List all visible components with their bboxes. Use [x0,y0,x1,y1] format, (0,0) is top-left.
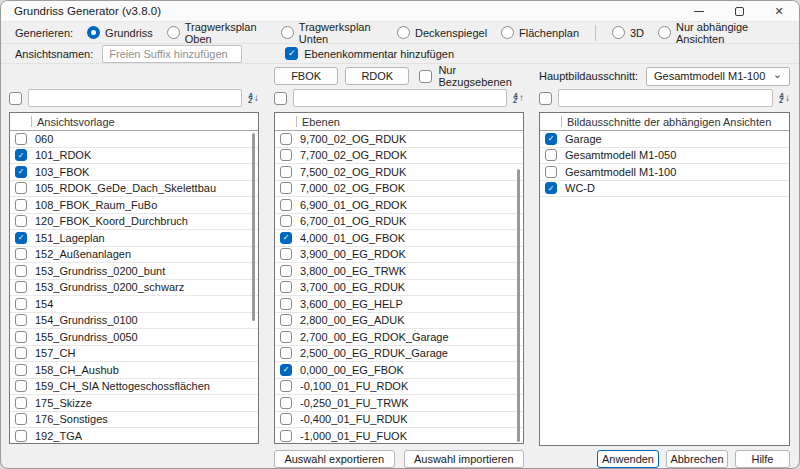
sort-az-up-icon[interactable]: AZ↑ [513,93,524,104]
checkbox-unchecked-icon[interactable] [280,215,292,227]
checkbox-unchecked-icon[interactable] [280,430,292,442]
checkbox-unchecked-icon[interactable] [545,149,557,161]
sort-az-down-icon[interactable]: AZ↓ [779,93,790,104]
list-item-gesamtmodell-m1-100[interactable]: Gesamtmodell M1-100 [540,164,789,181]
checkbox-unchecked-icon[interactable] [280,166,292,178]
view-templates-list[interactable]: Ansichtsvorlage 060✓101_RDOK✓103_FBOK105… [9,112,259,444]
list-item-153-grundriss-0200-bunt[interactable]: 153_Grundriss_0200_bunt [10,263,258,280]
checkbox-unchecked-icon[interactable] [280,281,292,293]
list-item-3-600-00-eg-help[interactable]: 3,600_00_EG_HELP [275,296,523,313]
dependent-crops-list[interactable]: Bildausschnitte der abhängigen Ansichten… [539,112,790,446]
checkbox-unchecked-icon[interactable] [280,347,292,359]
list-item-3-900-00-eg-rdok[interactable]: 3,900_00_EG_RDOK [275,247,523,264]
checkbox-checked-icon[interactable]: ✓ [15,166,27,178]
radio-option-nur-abh-ngige-ansichten[interactable]: Nur abhängige Ansichten [658,21,785,45]
checkbox-unchecked-icon[interactable] [280,397,292,409]
levels-search-input[interactable] [293,89,507,107]
templates-select-all-checkbox[interactable] [9,92,22,105]
checkbox-unchecked-icon[interactable] [15,199,27,211]
list-item-7-700-02-og-rdok[interactable]: 7,700_02_OG_RDOK [275,148,523,165]
checkbox-unchecked-icon[interactable] [15,215,27,227]
list-item-159-ch-sia-nettogeschossfl-chen[interactable]: 159_CH_SIA Nettogeschossflächen [10,379,258,396]
checkbox-unchecked-icon[interactable] [280,182,292,194]
list-item-152-au-enanlagen[interactable]: 152_Außenanlagen [10,247,258,264]
checkbox-unchecked-icon[interactable] [15,298,27,310]
list-item-158-ch-aushub[interactable]: 158_CH_Aushub [10,362,258,379]
cancel-button[interactable]: Abbrechen [666,450,728,468]
list-item-105-rdok-gede-dach-skelettbau[interactable]: 105_RDOK_GeDe_Dach_Skelettbau [10,181,258,198]
apply-button[interactable]: Anwenden [597,450,659,468]
import-selection-button[interactable]: Auswahl importieren [404,450,525,468]
list-item-192-tga[interactable]: 192_TGA [10,428,258,444]
list-item-103-fbok[interactable]: ✓103_FBOK [10,164,258,181]
checkbox-unchecked-icon[interactable] [545,166,557,178]
checkbox-unchecked-icon[interactable] [280,133,292,145]
checkbox-unchecked-icon[interactable] [15,265,27,277]
list-item-2-700-00-eg-rdok-garage[interactable]: 2,700_00_EG_RDOK_Garage [275,329,523,346]
fbok-button[interactable]: FBOK [274,67,338,85]
list-item-175-skizze[interactable]: 175_Skizze [10,395,258,412]
list-item-7-500-02-og-rduk[interactable]: 7,500_02_OG_RDUK [275,164,523,181]
level-comment-checkbox[interactable]: ✓ [285,47,298,60]
list-item-0-100-01-fu-rdok[interactable]: -0,100_01_FU_RDOK [275,379,523,396]
checkbox-checked-icon[interactable]: ✓ [545,182,557,194]
list-item-155-grundriss-0050[interactable]: 155_Grundriss_0050 [10,329,258,346]
scrollbar-thumb[interactable] [517,169,520,442]
checkbox-unchecked-icon[interactable] [15,347,27,359]
checkbox-unchecked-icon[interactable] [280,331,292,343]
radio-option-grundriss[interactable]: Grundriss [87,26,153,39]
export-selection-button[interactable]: Auswahl exportieren [274,450,395,468]
checkbox-unchecked-icon[interactable] [280,149,292,161]
maximize-button[interactable] [719,1,759,21]
radio-option-fl-chenplan[interactable]: Flächenplan [501,26,579,39]
checkbox-unchecked-icon[interactable] [15,314,27,326]
checkbox-checked-icon[interactable]: ✓ [280,364,292,376]
list-item-151-lageplan[interactable]: ✓151_Lageplan [10,230,258,247]
list-item-2-500-00-eg-rduk-garage[interactable]: 2,500_00_EG_RDUK_Garage [275,346,523,363]
radio-option-deckenspiegel[interactable]: Deckenspiegel [397,26,487,39]
list-item-3-800-00-eg-trwk[interactable]: 3,800_00_EG_TRWK [275,263,523,280]
list-item-108-fbok-raum-fubo[interactable]: 108_FBOK_Raum_FuBo [10,197,258,214]
list-item-6-700-01-og-rduk[interactable]: 6,700_01_OG_RDUK [275,214,523,231]
list-item-3-700-00-eg-rduk[interactable]: 3,700_00_EG_RDUK [275,280,523,297]
checkbox-unchecked-icon[interactable] [280,314,292,326]
checkbox-unchecked-icon[interactable] [15,331,27,343]
checkbox-unchecked-icon[interactable] [15,133,27,145]
templates-search-input[interactable] [28,89,242,107]
checkbox-unchecked-icon[interactable] [280,413,292,425]
list-item-9-700-02-og-rduk[interactable]: 9,700_02_OG_RDUK [275,131,523,148]
checkbox-checked-icon[interactable]: ✓ [15,232,27,244]
crops-search-input[interactable] [558,89,773,107]
help-button[interactable]: Hilfe [735,450,790,468]
checkbox-unchecked-icon[interactable] [15,281,27,293]
list-item-0-250-01-fu-trwk[interactable]: -0,250_01_FU_TRWK [275,395,523,412]
list-item-154[interactable]: 154 [10,296,258,313]
checkbox-unchecked-icon[interactable] [15,364,27,376]
close-button[interactable]: ✕ [759,1,799,21]
checkbox-unchecked-icon[interactable] [15,430,27,442]
levels-select-all-checkbox[interactable] [274,92,287,105]
radio-option-3d[interactable]: 3D [612,26,644,39]
checkbox-unchecked-icon[interactable] [280,298,292,310]
radio-option-tragwerksplan-unten[interactable]: Tragwerksplan Unten [281,21,383,45]
list-item-2-800-00-eg-aduk[interactable]: 2,800_00_EG_ADUK [275,313,523,330]
checkbox-unchecked-icon[interactable] [15,380,27,392]
checkbox-unchecked-icon[interactable] [15,182,27,194]
sort-az-down-icon[interactable]: AZ↓ [248,93,259,104]
list-item-176-sonstiges[interactable]: 176_Sonstiges [10,412,258,429]
suffix-input[interactable] [102,45,242,63]
checkbox-checked-icon[interactable]: ✓ [545,133,557,145]
checkbox-unchecked-icon[interactable] [280,265,292,277]
list-item-120-fbok-koord-durchbruch[interactable]: 120_FBOK_Koord_Durchbruch [10,214,258,231]
checkbox-checked-icon[interactable]: ✓ [280,232,292,244]
levels-list[interactable]: Ebenen 9,700_02_OG_RDUK7,700_02_OG_RDOK7… [274,112,524,444]
checkbox-unchecked-icon[interactable] [15,413,27,425]
only-reference-levels-checkbox[interactable] [419,70,432,83]
list-item-153-grundriss-0200-schwarz[interactable]: 153_Grundriss_0200_schwarz [10,280,258,297]
list-item-101-rdok[interactable]: ✓101_RDOK [10,148,258,165]
list-item-4-000-01-og-fbok[interactable]: ✓4,000_01_OG_FBOK [275,230,523,247]
checkbox-unchecked-icon[interactable] [280,199,292,211]
checkbox-unchecked-icon[interactable] [15,397,27,409]
crops-select-all-checkbox[interactable] [539,92,552,105]
minimize-button[interactable] [679,1,719,21]
